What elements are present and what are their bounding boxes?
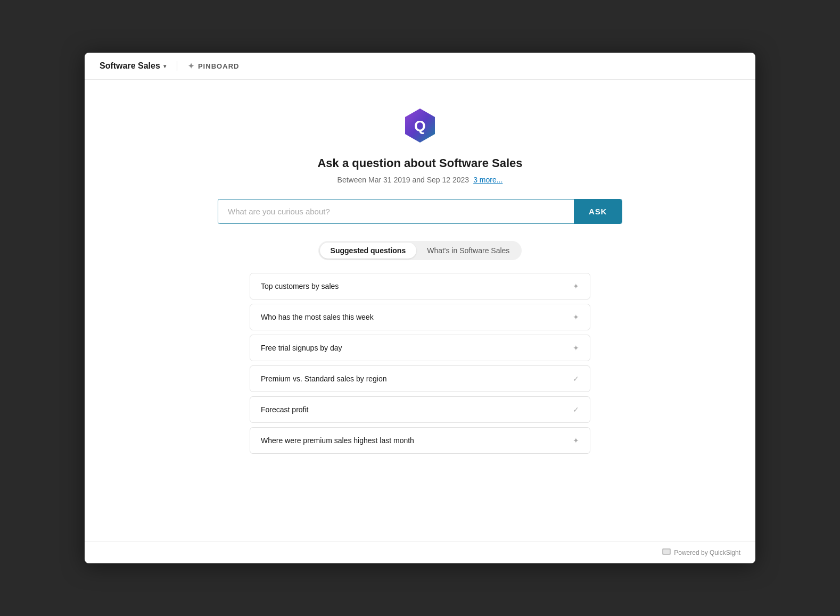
sparkle-icon-1: ✦ [573, 282, 579, 290]
question-item-2[interactable]: Who has the most sales this week ✦ [250, 304, 590, 330]
question-text-2: Who has the most sales this week [261, 313, 374, 321]
brand-label: Software Sales [100, 61, 160, 71]
check-icon-4: ✓ [573, 374, 579, 383]
question-item-4[interactable]: Premium vs. Standard sales by region ✓ [250, 365, 590, 392]
question-text-6: Where were premium sales highest last mo… [261, 436, 414, 445]
sparkle-icon-3: ✦ [573, 344, 579, 352]
question-text-1: Top customers by sales [261, 282, 339, 290]
footer-label: Powered by QuickSight [674, 549, 740, 556]
date-range-label: Between Mar 31 2019 and Sep 12 2023 [337, 176, 470, 184]
chevron-down-icon: ▾ [163, 63, 166, 69]
main-content: Q Ask a question about Software Sales Be… [85, 80, 755, 542]
pin-icon: ✦ [188, 62, 195, 70]
search-input[interactable] [218, 199, 574, 223]
pinboard-nav[interactable]: ✦ PINBOARD [177, 62, 240, 70]
brand-dropdown[interactable]: Software Sales ▾ [100, 61, 177, 71]
questions-list: Top customers by sales ✦ Who has the mos… [250, 273, 590, 454]
footer: Powered by QuickSight [85, 542, 755, 563]
quicksight-footer-icon [662, 548, 671, 557]
app-window: Software Sales ▾ ✦ PINBOARD [85, 53, 755, 563]
page-subtitle: Between Mar 31 2019 and Sep 12 2023 3 mo… [337, 176, 503, 184]
sparkle-icon-6: ✦ [573, 436, 579, 445]
ask-button[interactable]: ASK [574, 199, 622, 223]
logo-container: Q [401, 106, 439, 147]
tab-switcher: Suggested questions What's in Software S… [318, 241, 522, 260]
question-text-3: Free trial signups by day [261, 344, 342, 352]
question-item-1[interactable]: Top customers by sales ✦ [250, 273, 590, 299]
question-text-5: Forecast profit [261, 405, 308, 414]
search-bar: ASK [218, 199, 622, 224]
question-item-3[interactable]: Free trial signups by day ✦ [250, 335, 590, 361]
pinboard-label: PINBOARD [198, 62, 240, 70]
svg-rect-3 [663, 550, 670, 554]
tab-whats-in[interactable]: What's in Software Sales [416, 243, 520, 259]
tab-suggested-questions[interactable]: Suggested questions [320, 243, 417, 259]
page-title: Ask a question about Software Sales [317, 156, 522, 170]
question-item-5[interactable]: Forecast profit ✓ [250, 396, 590, 423]
header: Software Sales ▾ ✦ PINBOARD [85, 53, 755, 80]
check-icon-5: ✓ [573, 405, 579, 414]
app-logo: Q [401, 106, 439, 145]
svg-text:Q: Q [414, 118, 426, 134]
question-item-6[interactable]: Where were premium sales highest last mo… [250, 427, 590, 454]
question-text-4: Premium vs. Standard sales by region [261, 374, 387, 383]
sparkle-icon-2: ✦ [573, 313, 579, 321]
more-filters-link[interactable]: 3 more... [473, 176, 503, 184]
